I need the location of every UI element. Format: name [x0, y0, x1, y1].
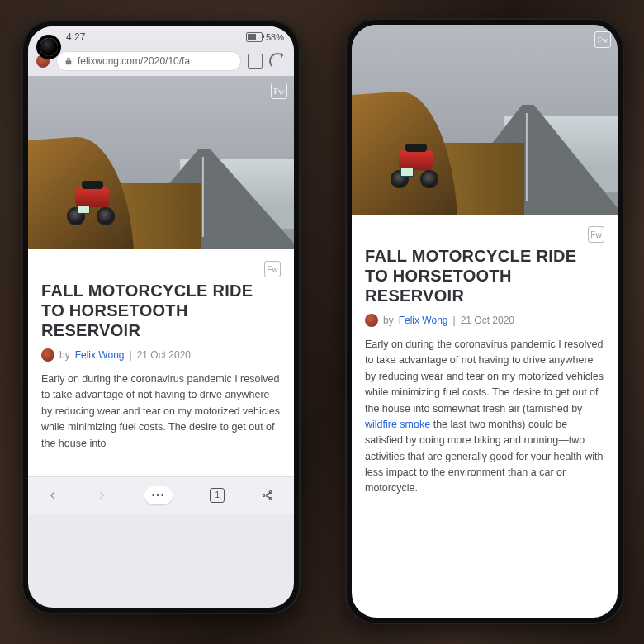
site-favicon	[36, 54, 50, 68]
screen-left: 4:27 58% felixwong.com/2020/10/fa	[28, 26, 294, 608]
forward-button[interactable]	[96, 490, 107, 501]
back-button[interactable]	[47, 490, 59, 501]
battery-icon	[246, 32, 263, 42]
phone-right: Fw Fw FALL MOTORCYCLE RIDE TO HORSETOOTH…	[345, 18, 624, 624]
article-hero-image: Fw	[352, 25, 618, 215]
site-logo-icon: Fw	[588, 226, 604, 243]
share-button[interactable]	[262, 489, 275, 502]
author-avatar	[41, 348, 54, 362]
article-headline: FALL MOTORCYCLE RIDE TO HORSETOOTH RESER…	[365, 246, 604, 305]
status-time: 4:27	[66, 31, 85, 43]
article-content: Fw FALL MOTORCYCLE RIDE TO HORSETOOTH RE…	[28, 249, 294, 476]
site-logo-icon: Fw	[264, 261, 281, 277]
reader-mode-icon[interactable]	[248, 54, 263, 69]
browser-address-bar: felixwong.com/2020/10/fa	[28, 46, 294, 76]
watermark-logo: Fw	[594, 31, 611, 48]
article-body: Early on during the coronavirus pandemic…	[41, 372, 281, 452]
url-text: felixwong.com/2020/10/fa	[78, 55, 190, 67]
tabs-button[interactable]: 1	[210, 488, 225, 503]
author-link[interactable]: Felix Wong	[75, 349, 125, 361]
reload-icon[interactable]	[269, 53, 286, 69]
punch-hole-camera	[40, 38, 58, 56]
phone-left: 4:27 58% felixwong.com/2020/10/fa	[21, 20, 301, 614]
article-content: Fw FALL MOTORCYCLE RIDE TO HORSETOOTH RE…	[352, 215, 618, 618]
author-avatar	[365, 314, 378, 327]
menu-button[interactable]: •••	[144, 486, 173, 504]
article-body: Early on during the coronavirus pandemic…	[365, 337, 604, 497]
browser-bottom-nav: ••• 1	[28, 476, 294, 514]
article-date: 21 Oct 2020	[461, 315, 514, 326]
article-date: 21 Oct 2020	[137, 349, 191, 361]
author-link[interactable]: Felix Wong	[399, 315, 448, 326]
watermark-logo: Fw	[271, 83, 287, 99]
article-hero-image: Fw	[28, 76, 294, 249]
battery-percent: 58%	[266, 32, 284, 42]
article-byline: by Felix Wong | 21 Oct 2020	[41, 348, 281, 362]
screen-right: Fw Fw FALL MOTORCYCLE RIDE TO HORSETOOTH…	[352, 25, 618, 618]
wildfire-smoke-link[interactable]: wildfire smoke	[365, 419, 430, 430]
url-field[interactable]: felixwong.com/2020/10/fa	[56, 51, 241, 71]
article-headline: FALL MOTORCYCLE RIDE TO HORSETOOTH RESER…	[41, 281, 281, 340]
article-byline: by Felix Wong | 21 Oct 2020	[365, 314, 604, 327]
photo-of-two-phones: 4:27 58% felixwong.com/2020/10/fa	[0, 0, 644, 644]
status-bar: 4:27 58%	[28, 26, 294, 46]
lock-icon	[64, 57, 73, 65]
